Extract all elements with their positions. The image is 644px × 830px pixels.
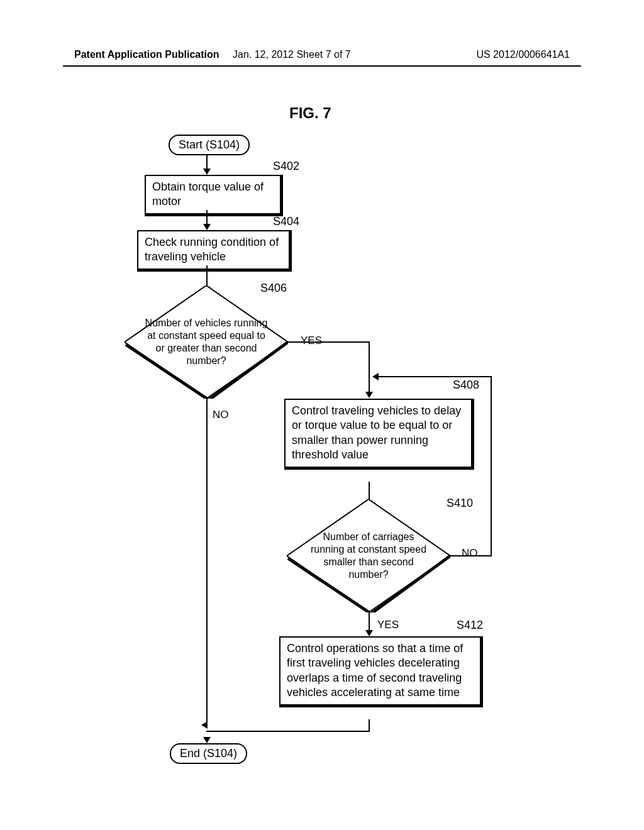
flowchart: Start (S104) S402 Obtain torque value of… (0, 0, 644, 830)
step-label-s404: S404 (273, 215, 299, 228)
connector (491, 376, 492, 556)
connector (369, 612, 370, 631)
connector (206, 155, 208, 170)
step-label-s412: S412 (457, 619, 483, 632)
branch-no: NO (462, 547, 478, 560)
connector (369, 719, 370, 732)
decision-s410: Number of carriages running at constant … (287, 499, 450, 612)
step-label-s410: S410 (447, 497, 473, 510)
end-terminator: End (S104) (170, 743, 247, 764)
step-label-s408: S408 (453, 379, 479, 392)
decision-s406: Number of vehicles running at constant s… (125, 285, 288, 399)
branch-yes: YES (301, 335, 322, 347)
connector (450, 555, 492, 556)
decision-text: Number of carriages running at constant … (306, 531, 431, 581)
connector (206, 265, 208, 288)
arrowhead-icon (365, 392, 373, 398)
arrowhead-icon (203, 224, 211, 230)
process-s408: Control traveling vehicles to delay or t… (284, 399, 474, 470)
connector (377, 376, 492, 377)
process-s412: Control operations so that a time of fir… (279, 636, 483, 707)
arrowhead-icon (365, 630, 373, 636)
connector (206, 399, 208, 727)
branch-no: NO (213, 409, 229, 421)
connector (288, 341, 370, 343)
arrowhead-icon (201, 721, 208, 729)
step-label-s402: S402 (273, 160, 299, 173)
start-terminator: Start (S104) (169, 135, 250, 155)
decision-text: Number of vehicles running at constant s… (143, 317, 269, 367)
process-s402: Obtain torque value of motor (145, 175, 283, 216)
process-s404: Check running condition of traveling veh… (137, 230, 292, 272)
connector (206, 731, 370, 732)
arrowhead-icon (203, 169, 211, 175)
arrowhead-icon (372, 373, 379, 380)
connector (206, 210, 208, 225)
branch-yes: YES (377, 619, 399, 631)
connector (369, 341, 370, 393)
arrowhead-icon (203, 737, 211, 743)
